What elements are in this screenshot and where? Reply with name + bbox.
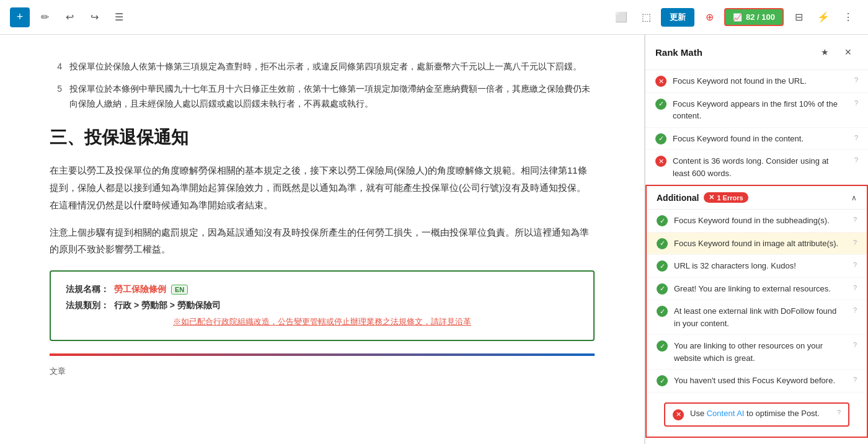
list-text: 投保單位於本條例中華民國九十七年五月十六日修正生效前，依第十七條第一項規定加徵滯… bbox=[69, 82, 595, 112]
toolbar-left: + ✏ ↩ ↪ ☰ bbox=[10, 7, 606, 27]
list-num: 4 bbox=[50, 60, 62, 74]
section-title: 三、投保退保通知 bbox=[50, 126, 595, 149]
additional-section: Additional ✕ 1 Errors ∧ ✓ Focus Keyword … bbox=[645, 185, 868, 438]
help-icon[interactable]: ? bbox=[854, 98, 858, 109]
additional-check-text: You haven't used this Focus Keyword befo… bbox=[674, 375, 844, 387]
sidebar-star-button[interactable]: ★ bbox=[815, 42, 835, 62]
help-icon[interactable]: ? bbox=[837, 409, 841, 416]
score-chart-icon: 📈 bbox=[733, 13, 742, 22]
redo-button[interactable]: ↪ bbox=[84, 7, 104, 27]
seo-check-item: ✓ Focus Keyword found in the content. ? bbox=[645, 128, 868, 151]
preview-button[interactable]: ⬜ bbox=[611, 7, 631, 27]
additional-label: Additional bbox=[657, 193, 699, 203]
seo-check-item: ✕ Content is 36 words long. Consider usi… bbox=[645, 150, 868, 185]
callout-category-row: 法規類別： 行政 > 勞動部 > 勞動保險司 bbox=[66, 300, 578, 311]
sidebar-close-button[interactable]: ✕ bbox=[838, 42, 858, 62]
additional-check-item: ✓ You are linking to other resources on … bbox=[647, 335, 867, 370]
help-icon[interactable]: ? bbox=[854, 75, 858, 86]
section-paragraph-1: 在主要以勞工及投保單位的角度瞭解勞保相關的基本規定之後，接下來以勞工保險局(保險… bbox=[50, 162, 595, 213]
additional-errors-badge: ✕ 1 Errors bbox=[704, 192, 748, 203]
edit-button[interactable]: ✏ bbox=[35, 7, 55, 27]
main-area: 4 投保單位於保險人依第十條第三項規定為查對時，拒不出示者，或違反同條第四項規定… bbox=[0, 35, 868, 444]
layout-button[interactable]: ⊟ bbox=[789, 7, 808, 27]
success-icon: ✓ bbox=[657, 340, 668, 352]
plugins-button[interactable]: ⚡ bbox=[813, 7, 833, 27]
callout-name-link[interactable]: 勞工保險條例 bbox=[114, 284, 166, 295]
success-icon: ✓ bbox=[657, 283, 668, 295]
content-ai-prefix: Use bbox=[690, 409, 707, 418]
sidebar-header: Rank Math ★ ✕ bbox=[645, 35, 868, 70]
success-icon: ✓ bbox=[657, 215, 668, 226]
additional-check-text: Focus Keyword found in the subheading(s)… bbox=[674, 215, 844, 227]
help-icon[interactable]: ? bbox=[853, 215, 857, 225]
score-value: 82 / 100 bbox=[746, 12, 775, 22]
callout-name-row: 法規名稱： 勞工保險條例 EN bbox=[66, 284, 578, 295]
additional-header[interactable]: Additional ✕ 1 Errors ∧ bbox=[647, 186, 867, 209]
callout-name-label: 法規名稱： bbox=[66, 284, 109, 295]
callout-warning-link[interactable]: ※如已配合行政院組織改造，公告變更管轄或停止辦理業務之法規條文，請詳見沿革 bbox=[173, 317, 471, 326]
additional-items-list: ✓ Focus Keyword found in the subheading(… bbox=[647, 209, 867, 437]
help-icon[interactable]: ? bbox=[853, 283, 857, 293]
rank-math-sidebar: Rank Math ★ ✕ ✕ Focus Keyword not found … bbox=[645, 35, 868, 444]
seo-check-text: Focus Keyword not found in the URL. bbox=[673, 75, 846, 87]
additional-check-item-highlighted: ✓ Focus Keyword found in image alt attri… bbox=[647, 233, 867, 255]
callout-category-label: 法規類別： bbox=[66, 300, 109, 311]
list-text: 投保單位於保險人依第十條第三項規定為查對時，拒不出示者，或違反同條第四項規定者，… bbox=[69, 60, 595, 74]
help-icon[interactable]: ? bbox=[853, 305, 857, 316]
additional-check-item: ✓ At least one external link with DoFoll… bbox=[647, 300, 867, 335]
content-list: 4 投保單位於保險人依第十條第三項規定為查對時，拒不出示者，或違反同條第四項規定… bbox=[50, 60, 595, 111]
add-block-button[interactable]: + bbox=[10, 7, 30, 27]
callout-lang-badge: EN bbox=[171, 285, 188, 295]
seo-check-text: Content is 36 words long. Consider using… bbox=[673, 155, 846, 179]
more-options-button[interactable]: ⋮ bbox=[838, 7, 858, 27]
undo-button[interactable]: ↩ bbox=[60, 7, 79, 27]
content-ai-link[interactable]: Content AI bbox=[707, 409, 745, 418]
error-icon: ✕ bbox=[655, 76, 666, 87]
seo-check-text: Focus Keyword found in the content. bbox=[673, 133, 846, 145]
help-icon[interactable]: ? bbox=[853, 340, 857, 350]
update-button[interactable]: 更新 bbox=[661, 8, 694, 27]
seo-check-item: ✕ Focus Keyword not found in the URL. ? bbox=[645, 70, 868, 93]
content-ai-suffix: to optimise the Post. bbox=[744, 409, 819, 418]
footer-label: 文章 bbox=[50, 366, 595, 377]
list-item: 4 投保單位於保險人依第十條第三項規定為查對時，拒不出示者，或違反同條第四項規定… bbox=[50, 60, 595, 74]
content-ai-error-item: ✕ Use Content AI to optimise the Post. ? bbox=[664, 402, 849, 427]
external-preview-button[interactable]: ⬚ bbox=[636, 7, 656, 27]
content-ai-text: Use Content AI to optimise the Post. bbox=[690, 409, 828, 418]
additional-header-left: Additional ✕ 1 Errors bbox=[657, 192, 748, 203]
sidebar-header-actions: ★ ✕ bbox=[815, 42, 858, 62]
error-icon: ✕ bbox=[673, 409, 684, 420]
additional-check-item: ✓ Focus Keyword found in the subheading(… bbox=[647, 210, 867, 233]
callout-warning: ※如已配合行政院組織改造，公告變更管轄或停止辦理業務之法規條文，請詳見沿革 bbox=[66, 316, 578, 327]
help-icon[interactable]: ? bbox=[853, 375, 857, 385]
content-ai-item-wrapper: ✕ Use Content AI to optimise the Post. ? bbox=[647, 393, 867, 437]
toolbar: + ✏ ↩ ↪ ☰ ⬜ ⬚ 更新 ⊕ 📈 82 / 100 ⊟ ⚡ ⋮ bbox=[0, 0, 868, 35]
help-icon[interactable]: ? bbox=[854, 133, 858, 143]
additional-check-item: ✓ Great! You are linking to external res… bbox=[647, 278, 867, 301]
seo-checks-list: ✕ Focus Keyword not found in the URL. ? … bbox=[645, 70, 868, 185]
success-icon: ✓ bbox=[655, 133, 666, 144]
help-icon[interactable]: ? bbox=[853, 260, 857, 270]
seo-check-item: ✓ Focus Keyword appears in the first 10%… bbox=[645, 93, 868, 128]
help-icon[interactable]: ? bbox=[853, 238, 857, 248]
score-button[interactable]: 📈 82 / 100 bbox=[724, 8, 784, 26]
list-view-button[interactable]: ☰ bbox=[109, 7, 129, 27]
seo-check-text: Focus Keyword appears in the first 10% o… bbox=[673, 98, 846, 122]
success-icon: ✓ bbox=[657, 238, 668, 249]
additional-check-item: ✓ URL is 32 characters long. Kudos! ? bbox=[647, 255, 867, 278]
list-num: 5 bbox=[50, 82, 62, 112]
additional-check-text: Great! You are linking to external resou… bbox=[674, 283, 844, 295]
list-item: 5 投保單位於本條例中華民國九十七年五月十六日修正生效前，依第十七條第一項規定加… bbox=[50, 82, 595, 112]
success-icon: ✓ bbox=[655, 99, 666, 110]
error-icon: ✕ bbox=[655, 156, 666, 167]
callout-category-value: 行政 > 勞動部 > 勞動保險司 bbox=[114, 300, 221, 311]
additional-check-text: You are linking to other resources on yo… bbox=[674, 340, 844, 364]
help-icon[interactable]: ? bbox=[854, 155, 858, 166]
additional-check-text: Focus Keyword found in image alt attribu… bbox=[674, 238, 844, 250]
sidebar-title: Rank Math bbox=[655, 47, 702, 58]
success-icon: ✓ bbox=[657, 375, 668, 386]
editor-area: 4 投保單位於保險人依第十條第三項規定為查對時，拒不出示者，或違反同條第四項規定… bbox=[0, 35, 645, 444]
rank-math-icon-button[interactable]: ⊕ bbox=[699, 7, 719, 27]
errors-count: 1 Errors bbox=[717, 194, 743, 202]
success-icon: ✓ bbox=[657, 306, 668, 317]
